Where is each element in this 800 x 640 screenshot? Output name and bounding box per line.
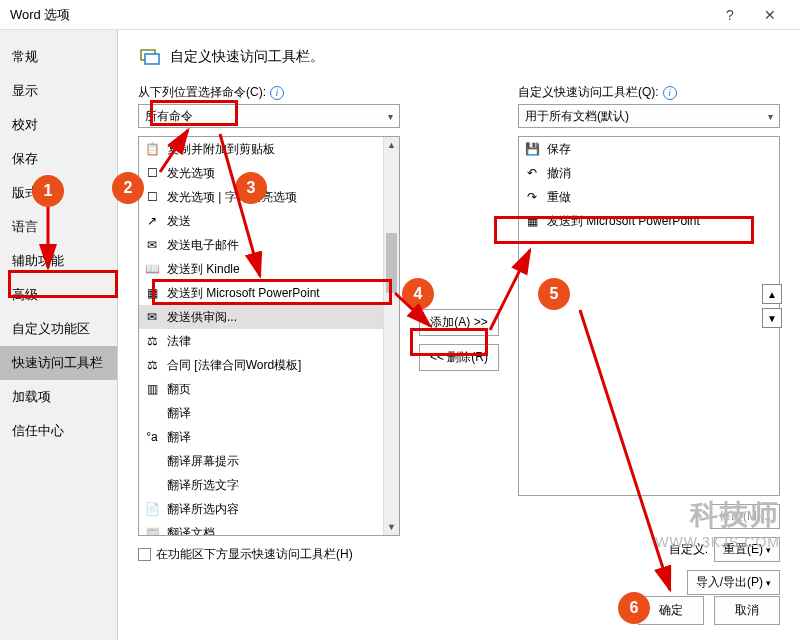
sidebar-item-layout[interactable]: 版式: [0, 176, 117, 210]
info-icon[interactable]: i: [663, 86, 677, 100]
send-icon: ↗: [143, 213, 161, 229]
list-item[interactable]: 📖发送到 Kindle: [139, 257, 399, 281]
list-item[interactable]: ✉发送供审阅...: [139, 305, 399, 329]
list-item[interactable]: ▥翻页: [139, 377, 399, 401]
choose-commands-label: 从下列位置选择命令(C): i: [138, 84, 400, 101]
legal-icon: ⚖: [143, 333, 161, 349]
sidebar-item-language[interactable]: 语言: [0, 210, 117, 244]
left-column: 从下列位置选择命令(C): i 所有命令 📋复制并附加到剪贴板 ☐发光选项 ☐发…: [138, 84, 400, 595]
powerpoint-icon: ▦: [143, 285, 161, 301]
qat-target-dropdown[interactable]: 用于所有文档(默认): [518, 104, 780, 128]
ok-button[interactable]: 确定: [638, 596, 704, 625]
list-item[interactable]: 翻译所选文字: [139, 473, 399, 497]
middle-buttons: 添加(A) >> << 删除(R): [415, 84, 503, 595]
scroll-thumb[interactable]: [386, 233, 397, 293]
list-item[interactable]: ⚖合同 [法律合同Word模板]: [139, 353, 399, 377]
info-icon[interactable]: i: [270, 86, 284, 100]
list-item[interactable]: ▦发送到 Microsoft PowerPoint: [519, 209, 779, 233]
review-icon: ✉: [143, 309, 161, 325]
email-icon: ✉: [143, 237, 161, 253]
show-below-ribbon-checkbox[interactable]: 在功能区下方显示快速访问工具栏(H): [138, 546, 353, 563]
translate-icon: [143, 477, 161, 493]
sidebar-item-qat[interactable]: 快速访问工具栏: [0, 346, 117, 380]
add-button[interactable]: 添加(A) >>: [419, 309, 499, 336]
translate-icon: 📄: [143, 501, 161, 517]
sidebar-item-proofing[interactable]: 校对: [0, 108, 117, 142]
page-heading: 自定义快速访问工具栏。: [138, 45, 780, 69]
scrollbar[interactable]: ▲ ▼: [383, 137, 399, 535]
qat-icon: [138, 45, 162, 69]
list-item[interactable]: 翻译屏幕提示: [139, 449, 399, 473]
list-item[interactable]: ⚖法律: [139, 329, 399, 353]
list-item[interactable]: ☐发光选项 | 字体发亮选项: [139, 185, 399, 209]
import-export-button[interactable]: 导入/导出(P)▾: [687, 570, 780, 595]
list-item[interactable]: 📋复制并附加到剪贴板: [139, 137, 399, 161]
legal-icon: ⚖: [143, 357, 161, 373]
choose-commands-dropdown[interactable]: 所有命令: [138, 104, 400, 128]
sidebar-item-customize-ribbon[interactable]: 自定义功能区: [0, 312, 117, 346]
sidebar-item-general[interactable]: 常规: [0, 40, 117, 74]
commands-listbox[interactable]: 📋复制并附加到剪贴板 ☐发光选项 ☐发光选项 | 字体发亮选项 ↗发送 ✉发送电…: [138, 136, 400, 536]
sidebar-item-advanced[interactable]: 高级: [0, 278, 117, 312]
sidebar-item-accessibility[interactable]: 辅助功能: [0, 244, 117, 278]
sidebar-item-addins[interactable]: 加载项: [0, 380, 117, 414]
move-up-button[interactable]: ▲: [762, 284, 782, 304]
scroll-up-icon[interactable]: ▲: [384, 137, 399, 153]
reorder-buttons: ▲ ▼: [762, 284, 782, 328]
translate-icon: [143, 405, 161, 421]
clipboard-icon: 📋: [143, 141, 161, 157]
qat-target-label: 自定义快速访问工具栏(Q): i: [518, 84, 780, 101]
powerpoint-icon: ▦: [523, 213, 541, 229]
list-item[interactable]: 📄翻译所选内容: [139, 497, 399, 521]
svg-rect-1: [145, 54, 159, 64]
list-item[interactable]: ✉发送电子邮件: [139, 233, 399, 257]
glow-icon: ☐: [143, 165, 161, 181]
scroll-down-icon[interactable]: ▼: [384, 519, 399, 535]
kindle-icon: 📖: [143, 261, 161, 277]
remove-button[interactable]: << 删除(R): [419, 344, 499, 371]
page-icon: ▥: [143, 381, 161, 397]
list-item[interactable]: ▦发送到 Microsoft PowerPoint: [139, 281, 399, 305]
undo-icon: ↶: [523, 165, 541, 181]
list-item[interactable]: 📰翻译文档: [139, 521, 399, 536]
list-item[interactable]: ☐发光选项: [139, 161, 399, 185]
cancel-button[interactable]: 取消: [714, 596, 780, 625]
list-item[interactable]: ↶撤消: [519, 161, 779, 185]
list-item[interactable]: 翻译: [139, 401, 399, 425]
translate-icon: 📰: [143, 525, 161, 536]
list-item[interactable]: ↗发送: [139, 209, 399, 233]
watermark: 科技师 WWW.3KJS.COM: [655, 496, 780, 550]
glow-icon: ☐: [143, 189, 161, 205]
sidebar-item-display[interactable]: 显示: [0, 74, 117, 108]
help-button[interactable]: ?: [710, 0, 750, 30]
sidebar: 常规 显示 校对 保存 版式 语言 辅助功能 高级 自定义功能区 快速访问工具栏…: [0, 30, 118, 640]
translate-icon: °a: [143, 429, 161, 445]
list-item[interactable]: °a翻译: [139, 425, 399, 449]
close-button[interactable]: ✕: [750, 0, 790, 30]
content-panel: 自定义快速访问工具栏。 从下列位置选择命令(C): i 所有命令 📋复制并附加到…: [118, 30, 800, 640]
list-item[interactable]: 💾保存: [519, 137, 779, 161]
redo-icon: ↷: [523, 189, 541, 205]
qat-listbox[interactable]: 💾保存 ↶撤消 ↷重做 ▦发送到 Microsoft PowerPoint: [518, 136, 780, 496]
sidebar-item-trust-center[interactable]: 信任中心: [0, 414, 117, 448]
window-title: Word 选项: [10, 6, 710, 24]
sidebar-item-save[interactable]: 保存: [0, 142, 117, 176]
move-down-button[interactable]: ▼: [762, 308, 782, 328]
save-icon: 💾: [523, 141, 541, 157]
page-heading-text: 自定义快速访问工具栏。: [170, 48, 324, 66]
list-item[interactable]: ↷重做: [519, 185, 779, 209]
translate-icon: [143, 453, 161, 469]
titlebar: Word 选项 ? ✕: [0, 0, 800, 30]
